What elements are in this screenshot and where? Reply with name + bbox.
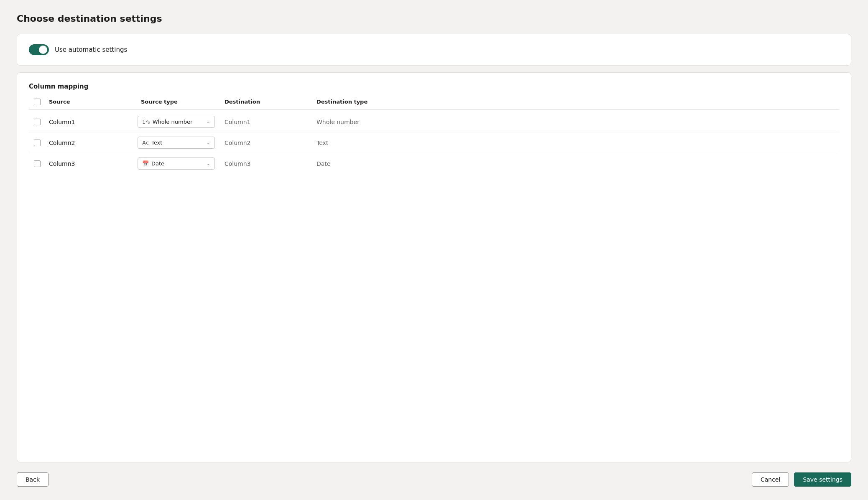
automatic-settings-card: Use automatic settings [17,34,851,66]
row2-destination: Column2 [221,140,313,146]
row2-destination-type: Text [313,140,439,146]
row1-type-icon: 1²₃ [142,119,150,125]
automatic-settings-row: Use automatic settings [29,44,839,55]
header-destination: Destination [221,99,313,105]
row3-type-label: Date [151,160,164,167]
column-mapping-title: Column mapping [29,83,839,90]
row2-type-icon: Aᴄ [142,140,149,146]
row2-type-label: Text [151,140,162,146]
row1-chevron-icon: ⌄ [207,119,210,124]
row1-type-label: Whole number [153,119,193,125]
table-row: Column1 1²₃ Whole number ⌄ Column1 Whole… [29,112,839,132]
save-settings-button[interactable]: Save settings [794,472,851,487]
row3-checkbox-cell [29,160,46,167]
header-source: Source [46,99,138,105]
row3-source-type-dropdown[interactable]: 📅 Date ⌄ [138,157,221,170]
header-checkbox[interactable] [34,99,41,105]
back-button[interactable]: Back [17,472,49,487]
page-title: Choose destination settings [17,13,851,24]
row1-source-type-dropdown[interactable]: 1²₃ Whole number ⌄ [138,116,221,128]
row1-checkbox[interactable] [34,119,41,125]
footer-right-actions: Cancel Save settings [752,472,851,487]
row2-source: Column2 [46,140,138,146]
automatic-settings-toggle[interactable] [29,44,49,55]
automatic-settings-label: Use automatic settings [55,46,127,53]
row3-destination-type: Date [313,160,439,167]
header-checkbox-cell [29,99,46,105]
table-row: Column3 📅 Date ⌄ Column3 Date [29,153,839,174]
row2-checkbox[interactable] [34,140,41,146]
row3-checkbox[interactable] [34,160,41,167]
row3-chevron-icon: ⌄ [207,161,210,166]
header-source-type: Source type [138,99,221,105]
header-destination-type: Destination type [313,99,439,105]
row3-source: Column3 [46,160,138,167]
row3-destination: Column3 [221,160,313,167]
cancel-button[interactable]: Cancel [752,472,789,487]
column-mapping-card: Column mapping Source Source type Destin… [17,72,851,462]
row2-chevron-icon: ⌄ [207,140,210,145]
row1-checkbox-cell [29,119,46,125]
row3-type-icon: 📅 [142,160,149,167]
row1-destination: Column1 [221,119,313,125]
row2-source-type-dropdown[interactable]: Aᴄ Text ⌄ [138,137,221,149]
footer: Back Cancel Save settings [17,472,851,487]
row1-destination-type: Whole number [313,119,439,125]
table-header: Source Source type Destination Destinati… [29,99,839,110]
row1-source: Column1 [46,119,138,125]
row2-checkbox-cell [29,140,46,146]
table-row: Column2 Aᴄ Text ⌄ Column2 Text [29,132,839,153]
